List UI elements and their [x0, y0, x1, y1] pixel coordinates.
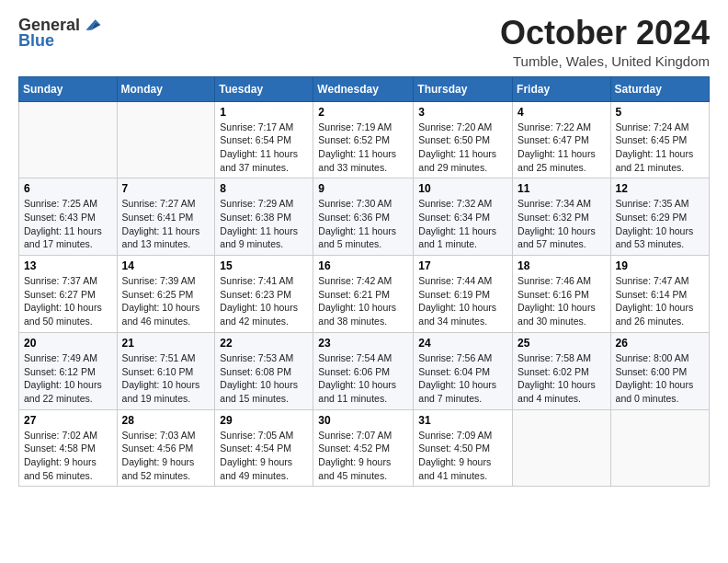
- day-number: 19: [616, 259, 704, 272]
- calendar-cell: 27Sunrise: 7:02 AMSunset: 4:58 PMDayligh…: [19, 409, 118, 487]
- calendar-cell: 24Sunrise: 7:56 AMSunset: 6:04 PMDayligh…: [414, 332, 513, 409]
- day-info: Sunrise: 7:41 AMSunset: 6:23 PMDaylight:…: [220, 274, 308, 328]
- day-number: 12: [616, 182, 704, 195]
- day-number: 18: [518, 259, 606, 272]
- day-info: Sunrise: 7:47 AMSunset: 6:14 PMDaylight:…: [616, 274, 704, 328]
- day-number: 8: [220, 182, 308, 195]
- title-block: October 2024 Tumble, Wales, United Kingd…: [500, 15, 710, 69]
- calendar-cell: 15Sunrise: 7:41 AMSunset: 6:23 PMDayligh…: [215, 256, 313, 333]
- col-header-friday: Friday: [513, 76, 611, 101]
- day-number: 2: [318, 106, 408, 119]
- day-info: Sunrise: 7:42 AMSunset: 6:21 PMDaylight:…: [318, 274, 408, 328]
- calendar-cell: 26Sunrise: 8:00 AMSunset: 6:00 PMDayligh…: [610, 332, 709, 409]
- calendar-cell: 23Sunrise: 7:54 AMSunset: 6:06 PMDayligh…: [313, 332, 414, 409]
- calendar-week-3: 20Sunrise: 7:49 AMSunset: 6:12 PMDayligh…: [19, 332, 710, 409]
- day-number: 28: [122, 414, 210, 427]
- calendar-cell: 31Sunrise: 7:09 AMSunset: 4:50 PMDayligh…: [414, 409, 513, 487]
- calendar-cell: 14Sunrise: 7:39 AMSunset: 6:25 PMDayligh…: [117, 256, 215, 333]
- logo-icon: [82, 15, 102, 35]
- calendar-cell: 22Sunrise: 7:53 AMSunset: 6:08 PMDayligh…: [215, 332, 313, 409]
- day-number: 6: [24, 182, 112, 195]
- day-info: Sunrise: 7:44 AMSunset: 6:19 PMDaylight:…: [418, 274, 507, 328]
- calendar-cell: 5Sunrise: 7:24 AMSunset: 6:45 PMDaylight…: [610, 101, 709, 178]
- day-info: Sunrise: 7:05 AMSunset: 4:54 PMDaylight:…: [220, 429, 308, 483]
- calendar-cell: [610, 409, 709, 487]
- day-info: Sunrise: 7:25 AMSunset: 6:43 PMDaylight:…: [24, 197, 112, 251]
- calendar-cell: 3Sunrise: 7:20 AMSunset: 6:50 PMDaylight…: [414, 101, 513, 178]
- day-info: Sunrise: 7:58 AMSunset: 6:02 PMDaylight:…: [518, 351, 606, 406]
- day-info: Sunrise: 7:35 AMSunset: 6:29 PMDaylight:…: [616, 197, 704, 251]
- day-number: 31: [418, 414, 507, 427]
- calendar-cell: 1Sunrise: 7:17 AMSunset: 6:54 PMDaylight…: [215, 101, 313, 178]
- day-number: 23: [318, 337, 408, 350]
- day-info: Sunrise: 7:02 AMSunset: 4:58 PMDaylight:…: [24, 429, 112, 483]
- calendar-cell: 17Sunrise: 7:44 AMSunset: 6:19 PMDayligh…: [414, 256, 513, 333]
- calendar-cell: 10Sunrise: 7:32 AMSunset: 6:34 PMDayligh…: [414, 178, 513, 256]
- location: Tumble, Wales, United Kingdom: [500, 53, 710, 69]
- calendar-cell: 16Sunrise: 7:42 AMSunset: 6:21 PMDayligh…: [313, 256, 414, 333]
- calendar-cell: 6Sunrise: 7:25 AMSunset: 6:43 PMDaylight…: [19, 178, 118, 256]
- day-number: 20: [24, 337, 112, 350]
- day-number: 13: [24, 259, 112, 272]
- col-header-wednesday: Wednesday: [313, 76, 414, 101]
- day-number: 4: [518, 106, 606, 119]
- day-info: Sunrise: 7:09 AMSunset: 4:50 PMDaylight:…: [418, 429, 507, 483]
- day-info: Sunrise: 8:00 AMSunset: 6:00 PMDaylight:…: [616, 351, 704, 406]
- calendar-week-1: 6Sunrise: 7:25 AMSunset: 6:43 PMDaylight…: [19, 178, 710, 256]
- day-number: 17: [418, 259, 507, 272]
- day-info: Sunrise: 7:03 AMSunset: 4:56 PMDaylight:…: [122, 429, 210, 483]
- calendar-cell: [513, 409, 611, 487]
- calendar-cell: 8Sunrise: 7:29 AMSunset: 6:38 PMDaylight…: [215, 178, 313, 256]
- day-number: 7: [122, 182, 210, 195]
- col-header-thursday: Thursday: [414, 76, 513, 101]
- day-info: Sunrise: 7:51 AMSunset: 6:10 PMDaylight:…: [122, 351, 210, 406]
- day-number: 26: [616, 337, 704, 350]
- calendar-cell: 30Sunrise: 7:07 AMSunset: 4:52 PMDayligh…: [313, 409, 414, 487]
- calendar-cell: 19Sunrise: 7:47 AMSunset: 6:14 PMDayligh…: [610, 256, 709, 333]
- day-info: Sunrise: 7:22 AMSunset: 6:47 PMDaylight:…: [518, 121, 606, 175]
- col-header-saturday: Saturday: [610, 76, 709, 101]
- day-info: Sunrise: 7:30 AMSunset: 6:36 PMDaylight:…: [318, 197, 408, 251]
- day-number: 11: [518, 182, 606, 195]
- day-number: 9: [318, 182, 408, 195]
- calendar-cell: [19, 101, 118, 178]
- day-info: Sunrise: 7:24 AMSunset: 6:45 PMDaylight:…: [616, 121, 704, 175]
- col-header-tuesday: Tuesday: [215, 76, 313, 101]
- day-number: 5: [616, 106, 704, 119]
- day-info: Sunrise: 7:54 AMSunset: 6:06 PMDaylight:…: [318, 351, 408, 406]
- day-info: Sunrise: 7:17 AMSunset: 6:54 PMDaylight:…: [220, 121, 308, 175]
- calendar-cell: 4Sunrise: 7:22 AMSunset: 6:47 PMDaylight…: [513, 101, 611, 178]
- day-number: 16: [318, 259, 408, 272]
- day-info: Sunrise: 7:37 AMSunset: 6:27 PMDaylight:…: [24, 274, 112, 328]
- calendar-cell: 29Sunrise: 7:05 AMSunset: 4:54 PMDayligh…: [215, 409, 313, 487]
- calendar-cell: 9Sunrise: 7:30 AMSunset: 6:36 PMDaylight…: [313, 178, 414, 256]
- day-number: 21: [122, 337, 210, 350]
- day-number: 27: [24, 414, 112, 427]
- day-number: 29: [220, 414, 308, 427]
- calendar-week-2: 13Sunrise: 7:37 AMSunset: 6:27 PMDayligh…: [19, 256, 710, 333]
- day-number: 3: [418, 106, 507, 119]
- calendar-week-4: 27Sunrise: 7:02 AMSunset: 4:58 PMDayligh…: [19, 409, 710, 487]
- calendar-cell: 2Sunrise: 7:19 AMSunset: 6:52 PMDaylight…: [313, 101, 414, 178]
- day-number: 1: [220, 106, 308, 119]
- calendar-cell: 12Sunrise: 7:35 AMSunset: 6:29 PMDayligh…: [610, 178, 709, 256]
- calendar-cell: 11Sunrise: 7:34 AMSunset: 6:32 PMDayligh…: [513, 178, 611, 256]
- day-number: 30: [318, 414, 408, 427]
- logo: General Blue: [18, 15, 102, 51]
- calendar-cell: 28Sunrise: 7:03 AMSunset: 4:56 PMDayligh…: [117, 409, 215, 487]
- header: General Blue October 2024 Tumble, Wales,…: [18, 15, 710, 69]
- calendar-cell: [117, 101, 215, 178]
- calendar-table: SundayMondayTuesdayWednesdayThursdayFrid…: [18, 76, 710, 488]
- day-number: 14: [122, 259, 210, 272]
- day-info: Sunrise: 7:53 AMSunset: 6:08 PMDaylight:…: [220, 351, 308, 406]
- day-info: Sunrise: 7:07 AMSunset: 4:52 PMDaylight:…: [318, 429, 408, 483]
- calendar-cell: 25Sunrise: 7:58 AMSunset: 6:02 PMDayligh…: [513, 332, 611, 409]
- col-header-monday: Monday: [117, 76, 215, 101]
- calendar-header-row: SundayMondayTuesdayWednesdayThursdayFrid…: [19, 76, 710, 101]
- day-number: 25: [518, 337, 606, 350]
- page: General Blue October 2024 Tumble, Wales,…: [0, 0, 728, 563]
- col-header-sunday: Sunday: [19, 76, 118, 101]
- calendar-cell: 18Sunrise: 7:46 AMSunset: 6:16 PMDayligh…: [513, 256, 611, 333]
- day-info: Sunrise: 7:27 AMSunset: 6:41 PMDaylight:…: [122, 197, 210, 251]
- day-info: Sunrise: 7:29 AMSunset: 6:38 PMDaylight:…: [220, 197, 308, 251]
